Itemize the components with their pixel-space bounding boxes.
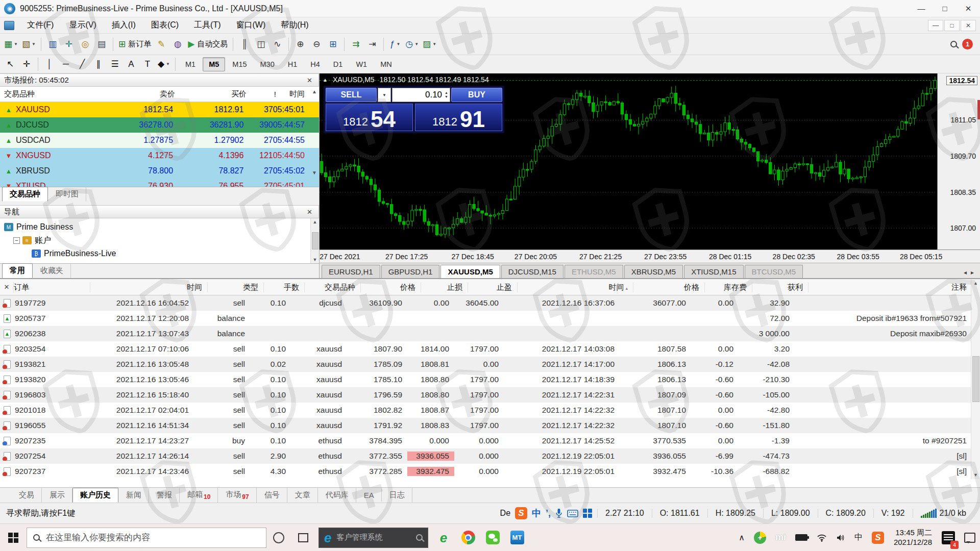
order-row-9201018[interactable]: 92010182021.12.17 02:04:01sell0.10xauusd… bbox=[0, 403, 980, 418]
terminal-scrollbar[interactable]: ▲ ▼ bbox=[971, 279, 980, 479]
scroll-up-icon[interactable]: ▲ bbox=[312, 89, 317, 94]
auto-scroll-button[interactable]: ⇉ bbox=[348, 37, 363, 52]
line-chart-mode-button[interactable]: ∿ bbox=[270, 37, 285, 52]
chart-collapse-icon[interactable]: ▲ bbox=[323, 77, 328, 83]
tree-item-broker[interactable]: M Prime Business bbox=[0, 220, 319, 234]
ime-menu-icon[interactable] bbox=[583, 509, 592, 518]
action-center-button[interactable] bbox=[960, 524, 980, 551]
taskbar-mt4-button[interactable]: MT bbox=[505, 524, 529, 551]
taskbar-wechat-button[interactable] bbox=[480, 524, 505, 551]
scroll-thumb[interactable] bbox=[312, 232, 318, 249]
sogou-tray-icon[interactable]: S bbox=[867, 524, 889, 551]
terminal-tab[interactable]: EA bbox=[356, 488, 382, 502]
horizontal-line-button[interactable]: ─ bbox=[58, 57, 74, 72]
chart-tab-EURUSD,H1[interactable]: EURUSD,H1 bbox=[322, 265, 380, 278]
volume-stepper[interactable]: ▲▼ bbox=[445, 91, 448, 99]
volume-dropdown-icon[interactable]: ▼ bbox=[378, 88, 391, 102]
taskbar-ie-button[interactable]: e bbox=[431, 524, 456, 551]
keyboard-icon[interactable] bbox=[567, 510, 578, 517]
zoom-in-button[interactable]: ⊕ bbox=[292, 37, 308, 52]
timeframe-H4-button[interactable]: H4 bbox=[304, 57, 326, 71]
autotrading-button[interactable]: ▶自动交易 bbox=[186, 37, 229, 52]
tray-language-indicator[interactable]: 中 bbox=[850, 524, 867, 551]
navigator-tab[interactable]: 常用 bbox=[2, 263, 33, 278]
strategy-tester-button[interactable]: ◍ bbox=[170, 37, 185, 52]
volume-icon[interactable] bbox=[831, 524, 850, 551]
mw-column-header[interactable]: 交易品种 bbox=[0, 89, 105, 99]
terminal-column-header[interactable]: 库存费 bbox=[704, 282, 752, 292]
start-button[interactable] bbox=[0, 524, 27, 551]
terminal-column-header[interactable]: 时间▴ bbox=[517, 282, 633, 292]
battery-icon[interactable] bbox=[791, 524, 812, 551]
order-row-9206238[interactable]: ▲92062382021.12.17 13:07:43balance3 000.… bbox=[0, 326, 980, 341]
tabs-scroll-left-icon[interactable]: ◂ bbox=[964, 269, 967, 276]
timeframe-M30-button[interactable]: M30 bbox=[254, 57, 281, 71]
terminal-tab[interactable]: 账户历史 bbox=[72, 488, 118, 503]
timeframe-M1-button[interactable]: M1 bbox=[179, 57, 202, 71]
wifi-icon[interactable] bbox=[812, 524, 831, 551]
dropdown-arrow-icon[interactable]: ▼ bbox=[32, 42, 36, 46]
trendline-button[interactable]: ╱ bbox=[75, 57, 90, 72]
terminal-tab[interactable]: 新闻 bbox=[118, 488, 149, 503]
ime-punctuation-toggle[interactable]: ’, bbox=[546, 508, 551, 519]
scroll-up-icon[interactable]: ▲ bbox=[313, 219, 317, 224]
chart-tab-XAUUSD,M5[interactable]: XAUUSD,M5 bbox=[440, 265, 500, 278]
terminal-column-header[interactable]: 止损 bbox=[421, 282, 468, 292]
market-watch-button[interactable]: ▥ bbox=[45, 37, 60, 52]
timeframe-W1-button[interactable]: W1 bbox=[350, 57, 373, 71]
terminal-tab[interactable]: 交易 bbox=[11, 488, 42, 503]
zoom-out-button[interactable]: ⊖ bbox=[309, 37, 324, 52]
crosshair-button[interactable]: ✛ bbox=[19, 57, 34, 72]
volume-input[interactable]: 0.10 ▲▼ bbox=[392, 88, 450, 102]
collapse-expander-icon[interactable]: − bbox=[13, 237, 20, 244]
dropdown-arrow-icon[interactable]: ▼ bbox=[166, 62, 170, 66]
dropdown-arrow-icon[interactable]: ▼ bbox=[14, 42, 18, 46]
tile-windows-button[interactable]: ⊞ bbox=[325, 37, 340, 52]
terminal-column-header[interactable]: 止盈 bbox=[468, 282, 517, 292]
tabs-scroll-right-icon[interactable]: ▸ bbox=[971, 269, 974, 276]
cursor-button[interactable]: ↖ bbox=[3, 57, 18, 72]
terminal-tab[interactable]: 代码库 bbox=[318, 488, 356, 503]
menu-item[interactable]: 插入(I) bbox=[104, 17, 143, 33]
text-button[interactable]: A bbox=[124, 57, 139, 72]
terminal-column-header[interactable]: 获利 bbox=[752, 282, 808, 292]
tree-item-accounts[interactable]: − ≡ 账户 bbox=[0, 234, 319, 247]
price-axis[interactable]: 1812.541811.051809.701808.351807.00 bbox=[937, 73, 980, 249]
market-watch-tab[interactable]: 交易品种 bbox=[2, 187, 48, 202]
child-restore-button[interactable]: □ bbox=[944, 20, 960, 31]
market-watch-row-DJCUSD[interactable]: ▲DJCUSD36278.0036281.9039005:44:57 bbox=[0, 117, 319, 133]
tree-item-account-live[interactable]: ₿ PrimeBusiness-Live bbox=[0, 247, 319, 260]
terminal-tab[interactable]: 市场97 bbox=[218, 487, 256, 503]
market-watch-row-XBRUSD[interactable]: ▲XBRUSD78.80078.8272705:45:02 bbox=[0, 163, 319, 179]
chart-tab-DJCUSD,M15[interactable]: DJCUSD,M15 bbox=[501, 265, 564, 278]
terminal-column-header[interactable]: 时间 bbox=[90, 282, 207, 292]
terminal-tab[interactable]: 展示 bbox=[42, 488, 72, 503]
bar-chart-mode-button[interactable]: ║ bbox=[237, 37, 252, 52]
menu-item[interactable]: 窗口(W) bbox=[229, 17, 274, 33]
scroll-down-icon[interactable]: ▼ bbox=[973, 472, 978, 478]
buy-price-display[interactable]: 1812 91 bbox=[415, 104, 502, 131]
terminal-tab[interactable]: 日志 bbox=[382, 488, 412, 503]
tray-expand-icon[interactable]: ∧ bbox=[734, 524, 749, 551]
chart-plot-area[interactable]: ▲ XAUUSD,M5 1812.50 1812.54 1812.49 1812… bbox=[320, 73, 937, 249]
chart-tab-XBRUSD,M5[interactable]: XBRUSD,M5 bbox=[624, 265, 683, 278]
vertical-line-button[interactable]: │ bbox=[42, 57, 57, 72]
market-watch-row-XNGUSD[interactable]: ▼XNGUSD4.12754.139612105:44:50 bbox=[0, 148, 319, 163]
terminal-column-header[interactable]: 订单 bbox=[13, 282, 90, 292]
chart-tab-BTCUSD,M5[interactable]: BTCUSD,M5 bbox=[745, 265, 803, 278]
market-watch-row-XAUUSD[interactable]: ▲XAUUSD1812.541812.913705:45:01 bbox=[0, 102, 319, 117]
search-icon[interactable] bbox=[950, 41, 957, 47]
minimize-button[interactable]: — bbox=[910, 0, 933, 17]
new-chart-button[interactable]: ▦▼ bbox=[3, 37, 19, 52]
mw-column-header[interactable]: ! bbox=[247, 90, 276, 98]
menu-item[interactable]: 显示(V) bbox=[61, 17, 104, 33]
text-label-button[interactable]: T bbox=[140, 57, 155, 72]
indicators-button[interactable]: ƒ▼ bbox=[387, 37, 403, 52]
terminal-tab[interactable]: 警报 bbox=[149, 488, 180, 503]
scroll-thumb[interactable] bbox=[972, 356, 979, 402]
menu-item[interactable]: 文件(F) bbox=[19, 17, 61, 33]
child-minimize-button[interactable]: — bbox=[928, 20, 943, 31]
terminal-close-icon[interactable]: ✕ bbox=[0, 283, 13, 291]
order-row-9193821[interactable]: 91938212021.12.16 13:05:48sell0.02xauusd… bbox=[0, 357, 980, 372]
navigator-close-icon[interactable]: ✕ bbox=[305, 208, 314, 216]
